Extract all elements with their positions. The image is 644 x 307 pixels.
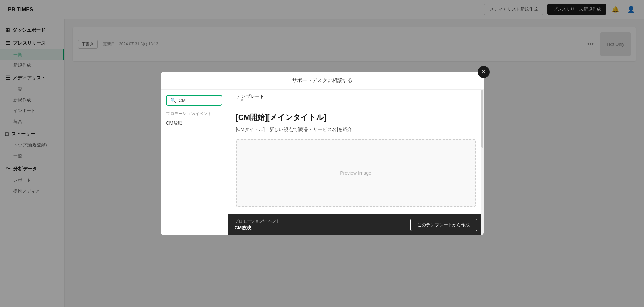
template-footer-name: CM放映 [235,225,280,231]
dialog-wrapper: ✕ サポートデスクに相談する 🔍 ✕ プロモーション/イベント CM放映 [161,72,484,235]
search-box[interactable]: 🔍 ✕ [166,95,222,106]
search-result-item[interactable]: CM放映 [166,119,222,128]
preview-image-label: Preview Image [340,170,371,176]
search-result-category: プロモーション/イベント [166,111,222,117]
tab-template-label: テンプレート [236,94,264,99]
preview-image: Preview Image [236,139,476,207]
modal-overlay: ✕ サポートデスクに相談する 🔍 ✕ プロモーション/イベント CM放映 [0,0,644,307]
template-footer-info: プロモーション/イベント CM放映 [235,218,280,231]
dialog-scrollbar-thumb [481,90,483,148]
tab-template[interactable]: テンプレート [236,90,264,104]
use-template-button[interactable]: このテンプレートから作成 [410,219,477,231]
template-subtitle: [CMタイトル]：新しい視点で[商品・サービス名]を紹介 [236,127,476,133]
dialog-title: サポートデスクに相談する [292,77,352,83]
dialog-body: 🔍 ✕ プロモーション/イベント CM放映 テンプレート [161,90,484,235]
dialog: サポートデスクに相談する 🔍 ✕ プロモーション/イベント CM放映 [161,72,484,235]
dialog-header: サポートデスクに相談する [161,72,484,90]
template-title: [CM開始][メインタイトル] [236,112,476,123]
template-footer-category: プロモーション/イベント [235,218,280,224]
template-footer: プロモーション/イベント CM放映 このテンプレートから作成 [228,214,484,235]
search-icon: 🔍 [170,98,176,103]
template-tabs: テンプレート [228,90,484,104]
template-panel: テンプレート [CM開始][メインタイトル] [CMタイトル]：新しい視点で[商… [228,90,484,235]
search-panel: 🔍 ✕ プロモーション/イベント CM放映 [161,90,228,235]
dialog-close-button[interactable]: ✕ [478,66,490,78]
dialog-scrollbar[interactable] [481,90,484,235]
